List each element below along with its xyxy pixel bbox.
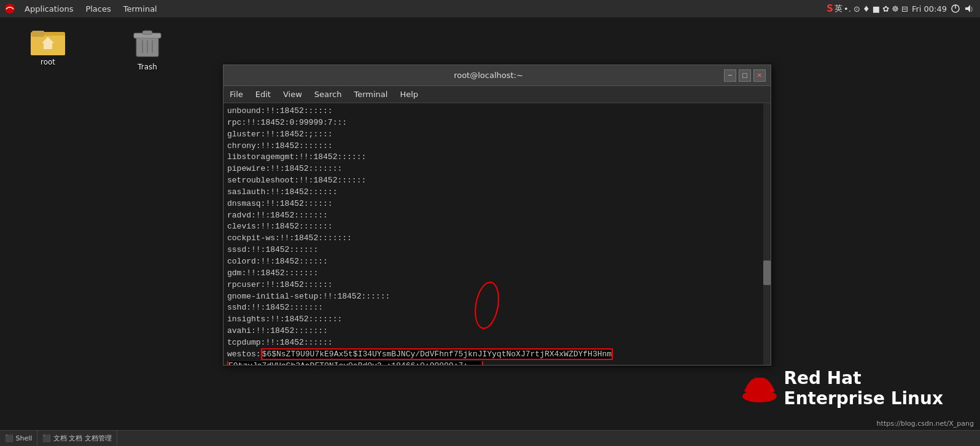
svg-rect-9: [32, 31, 44, 37]
terminal-line: sshd:!!:18452:::::::: [227, 302, 767, 314]
terminal-line: rpc:!!:18452:0:99999:7:::: [227, 117, 767, 129]
im-lang[interactable]: 英: [834, 3, 842, 14]
terminal-line: dnsmasq:!!:18452::::::: [227, 198, 767, 210]
redhat-logo: Red Hat Enterprise Linux: [741, 368, 943, 409]
redhat-hat-icon: [741, 373, 778, 404]
svg-marker-4: [965, 5, 970, 12]
view-menu[interactable]: View: [277, 88, 308, 100]
terminal-line: unbound:!!:18452::::::: [227, 106, 767, 117]
minimize-button[interactable]: ─: [724, 69, 736, 82]
terminal-line: insights:!!:18452:::::::: [227, 314, 767, 326]
westos-line: westos:$6$NsZT9U9U7kE9Ax5t$I34UYsmBJNCy/…: [227, 349, 767, 361]
terminal-line: libstoragemgmt:!!:18452::::::: [227, 152, 767, 163]
search-menu[interactable]: Search: [308, 88, 348, 100]
im-icons: •. ⊙ ♦ ■ ✿ ☸ ⊟: [844, 4, 908, 14]
file-menu[interactable]: File: [224, 88, 249, 100]
terminal-line: gnome-initial-setup:!!:18452::::::: [227, 291, 767, 303]
terminal-scrollbar[interactable]: [763, 103, 771, 365]
westos-hash-box: $6$NsZT9U9U7kE9Ax5t$I34UYsmBJNCy/DdVFhnf…: [261, 348, 613, 360]
terminal-line: avahi:!!:18452:::::::: [227, 326, 767, 337]
terminal-line: saslauth:!!:18452::::::: [227, 187, 767, 198]
terminal-line: pipewire:!!:18452:::::::: [227, 163, 767, 175]
trash-icon[interactable]: Trash: [123, 26, 172, 71]
close-button[interactable]: ✕: [753, 69, 766, 82]
scroll-thumb[interactable]: [763, 260, 771, 285]
edit-menu[interactable]: Edit: [249, 88, 277, 100]
power-icon[interactable]: [951, 4, 960, 14]
taskbar: ⬛ Shell ⬛ 文档 文档 文档管理: [0, 430, 980, 446]
input-method-bar: S 英 •. ⊙ ♦ ■ ✿ ☸ ⊟: [826, 3, 908, 14]
svg-point-1: [6, 9, 14, 12]
top-bar: Applications Places Terminal S 英 •. ⊙ ♦ …: [0, 0, 980, 17]
top-bar-right: S 英 •. ⊙ ♦ ■ ✿ ☸ ⊟ Fri 00:49 ): [826, 3, 980, 14]
terminal-line: clevis:!!:18452:::::::: [227, 221, 767, 233]
terminal-menu-item[interactable]: Terminal: [348, 88, 394, 100]
root-label: root: [41, 58, 55, 66]
terminal-line: colord:!!:18452::::::: [227, 256, 767, 268]
terminal-body[interactable]: unbound:!!:18452::::::rpc:!!:18452:0:999…: [224, 103, 771, 365]
terminal-window: root@localhost:~ ─ □ ✕ File Edit View Se…: [223, 65, 771, 366]
terminal-line: sssd:!!:18452::::::: [227, 245, 767, 256]
redhat-icon: [4, 2, 16, 15]
maximize-button[interactable]: □: [739, 69, 751, 82]
places-menu[interactable]: Places: [79, 0, 117, 17]
help-menu[interactable]: Help: [394, 88, 424, 100]
volume-icon[interactable]: ): [964, 4, 974, 14]
taskbar-app[interactable]: ⬛ Shell: [0, 431, 37, 446]
terminal-titlebar: root@localhost:~ ─ □ ✕: [224, 65, 771, 86]
westos-line2: F9tzyJe7dVUcGb2AaDFT0NIey0aBd0y2·:18466:…: [227, 361, 767, 365]
terminal-line: gluster:!!:18452:;::::: [227, 129, 767, 141]
terminal-line: chrony:!!:18452:::::::: [227, 141, 767, 152]
terminal-line: radvd:!!:18452:::::::: [227, 210, 767, 222]
terminal-menubar: File Edit View Search Terminal Help: [224, 86, 771, 103]
taskbar-terminal[interactable]: ⬛ 文档 文档 文档管理: [37, 431, 117, 446]
im-s-icon: S: [826, 3, 833, 14]
folder-svg: [31, 26, 65, 55]
window-controls: ─ □ ✕: [724, 69, 766, 82]
terminal-line: setroubleshoot:!!:18452::::::: [227, 175, 767, 187]
terminal-line: rpcuser:!!:18452::::::: [227, 280, 767, 291]
trash-svg: [131, 26, 163, 60]
clock: Fri 00:49: [912, 4, 947, 14]
westos-line2-box: F9tzyJe7dVUcGb2AaDFT0NIey0aBd0y2·:18466:…: [227, 361, 483, 365]
svg-text:): ): [971, 7, 973, 12]
terminal-title: root@localhost:~: [253, 71, 724, 80]
svg-rect-13: [142, 31, 152, 34]
redhat-text: Red Hat Enterprise Linux: [784, 368, 943, 409]
top-bar-left: Applications Places Terminal: [0, 0, 163, 17]
terminal-line: cockpit-ws:!!:18452:::::::: [227, 233, 767, 245]
trash-label: Trash: [138, 63, 157, 71]
bottom-url: https://blog.csdn.net/X_pang: [877, 420, 974, 428]
terminal-content: unbound:!!:18452::::::rpc:!!:18452:0:999…: [227, 106, 767, 365]
terminal-line: tcpdump:!!:18452::::::: [227, 337, 767, 349]
terminal-menu[interactable]: Terminal: [117, 0, 163, 17]
root-folder-icon[interactable]: root: [23, 26, 72, 66]
applications-menu[interactable]: Applications: [18, 0, 79, 17]
terminal-line: gdm:!!:18452:::::::: [227, 268, 767, 280]
